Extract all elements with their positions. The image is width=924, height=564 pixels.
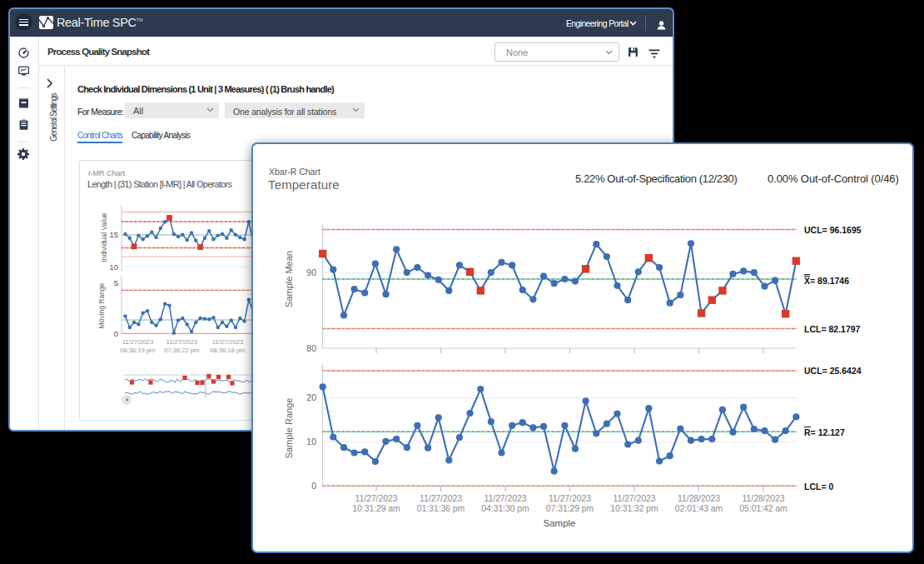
svg-text:10:31:29 am: 10:31:29 am bbox=[352, 503, 400, 513]
svg-text:11/28/2023: 11/28/2023 bbox=[743, 493, 785, 503]
svg-text:80: 80 bbox=[306, 343, 316, 353]
svg-text:02:01:43 am: 02:01:43 am bbox=[675, 503, 723, 513]
svg-text:11/27/2023: 11/27/2023 bbox=[484, 493, 527, 503]
svg-text:20: 20 bbox=[306, 392, 316, 402]
svg-text:05:01:42 am: 05:01:42 am bbox=[739, 503, 787, 513]
svg-text:Sample Range: Sample Range bbox=[284, 398, 294, 459]
svg-text:11/27/2023: 11/27/2023 bbox=[549, 493, 591, 503]
svg-text:04:31:30 pm: 04:31:30 pm bbox=[481, 503, 529, 513]
svg-text:07:31:29 pm: 07:31:29 pm bbox=[546, 503, 594, 513]
svg-text:0: 0 bbox=[311, 481, 316, 491]
svg-text:11/28/2023: 11/28/2023 bbox=[678, 493, 720, 503]
svg-text:11/27/2023: 11/27/2023 bbox=[420, 493, 462, 503]
svg-text:90: 90 bbox=[306, 267, 316, 277]
svg-text:10:31:32 pm: 10:31:32 pm bbox=[610, 503, 658, 513]
svg-text:11/27/2023: 11/27/2023 bbox=[355, 493, 398, 503]
svg-text:01:31:36 pm: 01:31:36 pm bbox=[417, 503, 465, 513]
svg-text:Sample: Sample bbox=[544, 518, 576, 528]
svg-text:10: 10 bbox=[306, 437, 316, 447]
svg-text:Sample Mean: Sample Mean bbox=[284, 251, 294, 307]
svg-text:11/27/2023: 11/27/2023 bbox=[614, 493, 656, 503]
